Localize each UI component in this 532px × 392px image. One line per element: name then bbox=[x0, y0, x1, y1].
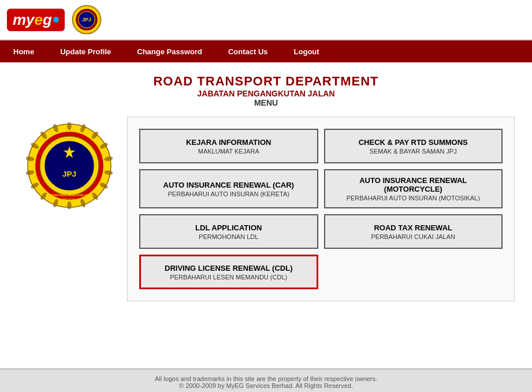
menu-btn-ldl[interactable]: LDL APPLICATION PERMOHONAN LDL bbox=[139, 214, 318, 249]
menu-btn-road-tax[interactable]: ROAD TAX RENEWAL PERBAHARUI CUKAI JALAN bbox=[324, 214, 503, 249]
menu-btn-rtd-summons[interactable]: CHECK & PAY RTD SUMMONS SEMAK & BAYAR SA… bbox=[324, 129, 503, 163]
content-area: JPJ JABATAN PENGANGKUTAN JALAN MALAYSIA … bbox=[0, 117, 532, 301]
footer: All logos and trademarks in this site ar… bbox=[0, 368, 532, 392]
footer-line2: © 2000-2009 by MyEG Services Berhad. All… bbox=[6, 382, 526, 389]
menu-btn-auto-insurance-moto[interactable]: AUTO INSURANCE RENEWAL (MOTORCYCLE) PERB… bbox=[324, 169, 503, 208]
navbar: Home Update Profile Change Password Cont… bbox=[0, 40, 532, 62]
emblem-container: JPJ JABATAN PENGANGKUTAN JALAN MALAYSIA bbox=[17, 117, 121, 209]
page-menu-label: MENU bbox=[0, 98, 532, 107]
menu-btn-auto-insurance-car[interactable]: AUTO INSURANCE RENEWAL (CAR) PERBAHARUI … bbox=[139, 169, 318, 208]
svg-text:JPJ: JPJ bbox=[82, 17, 91, 23]
footer-line1: All logos and trademarks in this site ar… bbox=[6, 375, 526, 382]
dept-name-malay: JABATAN PENGANGKUTAN JALAN bbox=[0, 89, 532, 98]
jpj-logo-header: JPJ bbox=[72, 5, 102, 35]
menu-btn-driving-license[interactable]: DRIVING LICENSE RENEWAL (CDL) PERBAHARUI… bbox=[139, 255, 318, 289]
myeg-logo: myeg bbox=[7, 9, 65, 31]
nav-logout[interactable]: Logout bbox=[281, 40, 333, 62]
dept-name: ROAD TRANSPORT DEPARTMENT bbox=[0, 74, 532, 89]
page-title: ROAD TRANSPORT DEPARTMENT JABATAN PENGAN… bbox=[0, 74, 532, 107]
menu-grid: KEJARA INFORMATION MAKLUMAT KEJARA CHECK… bbox=[139, 129, 503, 289]
jpj-emblem: JPJ JABATAN PENGANGKUTAN JALAN MALAYSIA bbox=[26, 122, 113, 209]
svg-text:MALAYSIA: MALAYSIA bbox=[63, 198, 76, 201]
nav-update-profile[interactable]: Update Profile bbox=[47, 40, 124, 62]
main-content: ROAD TRANSPORT DEPARTMENT JABATAN PENGAN… bbox=[0, 62, 532, 368]
nav-change-password[interactable]: Change Password bbox=[124, 40, 215, 62]
nav-contact-us[interactable]: Contact Us bbox=[215, 40, 281, 62]
svg-text:JPJ: JPJ bbox=[62, 170, 76, 178]
menu-btn-kejara[interactable]: KEJARA INFORMATION MAKLUMAT KEJARA bbox=[139, 129, 318, 163]
nav-home[interactable]: Home bbox=[0, 40, 47, 62]
header: myeg JPJ bbox=[0, 0, 532, 40]
svg-text:JABATAN PENGANGKUTAN JALAN: JABATAN PENGANGKUTAN JALAN bbox=[46, 194, 94, 197]
menu-container: KEJARA INFORMATION MAKLUMAT KEJARA CHECK… bbox=[127, 117, 515, 301]
